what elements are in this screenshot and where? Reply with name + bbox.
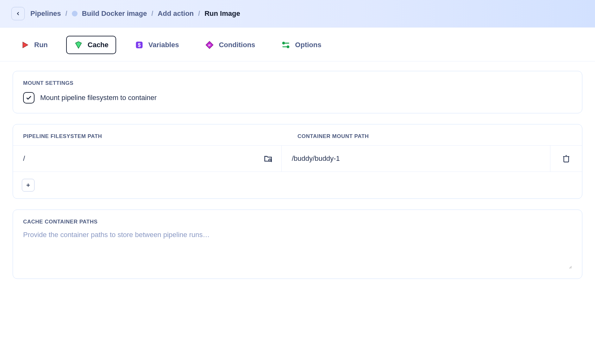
crumb-separator: / [198, 9, 200, 18]
tab-label: Run [34, 41, 48, 49]
tab-options[interactable]: Options [273, 36, 329, 54]
check-icon [26, 95, 32, 101]
browse-button[interactable] [264, 154, 272, 163]
svg-point-5 [283, 42, 285, 44]
container-path-cell [282, 146, 550, 172]
tab-label: Options [295, 41, 321, 49]
add-path-row [13, 172, 582, 198]
container-path-header: Container Mount Path [298, 133, 572, 140]
container-path-input[interactable] [292, 154, 540, 163]
fs-path-cell [13, 146, 282, 172]
add-path-button[interactable] [22, 179, 34, 191]
crumb-run-image: Run Image [204, 9, 240, 18]
tab-label: Cache [88, 41, 109, 49]
cache-paths-title: Cache Container Paths [13, 210, 582, 231]
svg-point-9 [269, 159, 271, 161]
breadcrumb: Pipelines / Build Docker image / Add act… [30, 9, 240, 18]
crumb-separator: / [66, 9, 67, 18]
cache-paths-panel: Cache Container Paths [13, 210, 582, 279]
svg-point-7 [287, 46, 289, 48]
mount-settings-panel: Mount Settings Mount pipeline filesystem… [13, 71, 582, 113]
crumb-add-action[interactable]: Add action [158, 9, 194, 18]
chevron-left-icon [15, 11, 21, 16]
tab-variables[interactable]: $ Variables [127, 36, 187, 54]
tab-conditions[interactable]: IF Conditions [197, 36, 263, 54]
delete-path-button[interactable] [550, 146, 582, 172]
crumb-separator: / [151, 9, 153, 18]
mount-checkbox-label: Mount pipeline filesystem to container [40, 94, 157, 102]
page-header: Pipelines / Build Docker image / Add act… [0, 0, 595, 28]
dollar-icon: $ [135, 40, 144, 50]
settings-icon [281, 40, 291, 50]
tab-label: Variables [148, 41, 179, 49]
svg-text:$: $ [138, 42, 141, 48]
mount-checkbox-row: Mount pipeline filesystem to container [13, 92, 582, 113]
cache-paths-textarea[interactable] [23, 231, 572, 269]
path-headers: Pipeline Filesystem Path Container Mount… [13, 124, 582, 145]
mount-settings-title: Mount Settings [13, 71, 582, 92]
mount-filesystem-checkbox[interactable] [23, 92, 34, 104]
main-content: Mount Settings Mount pipeline filesystem… [0, 61, 595, 305]
tab-label: Conditions [219, 41, 255, 49]
status-dot-icon [72, 11, 78, 16]
crumb-label: Build Docker image [82, 9, 147, 17]
plus-icon [25, 182, 31, 188]
path-mapping-panel: Pipeline Filesystem Path Container Mount… [13, 124, 582, 199]
svg-text:IF: IF [208, 44, 211, 47]
tab-cache[interactable]: Cache [66, 36, 116, 54]
crumb-build-docker-image[interactable]: Build Docker image [72, 9, 147, 18]
crumb-pipelines[interactable]: Pipelines [30, 9, 61, 18]
if-icon: IF [205, 40, 214, 50]
tab-run[interactable]: Run [13, 36, 55, 54]
tab-bar: Run Cache $ Variables IF Conditions Opti… [0, 28, 595, 61]
path-row [13, 145, 582, 172]
folder-search-icon [264, 154, 272, 163]
shield-icon [74, 40, 83, 50]
trash-icon [562, 154, 570, 163]
fs-path-header: Pipeline Filesystem Path [23, 133, 298, 140]
svg-marker-0 [23, 42, 28, 48]
back-button[interactable] [11, 7, 25, 20]
play-icon [20, 40, 30, 50]
fs-path-input[interactable] [23, 154, 271, 163]
